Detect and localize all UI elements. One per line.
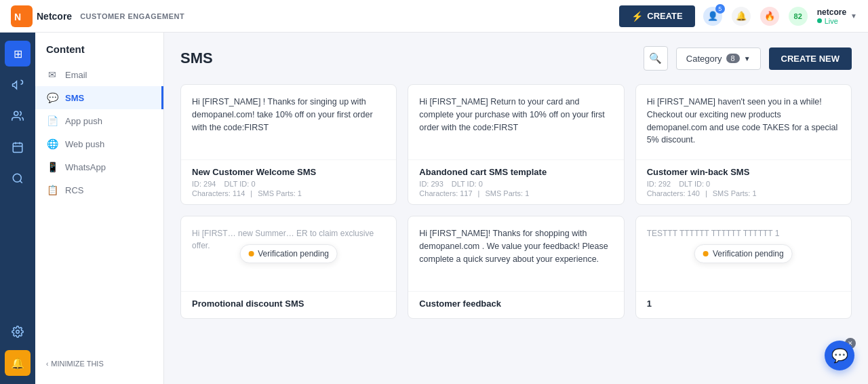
sidebar-icon-grid[interactable]: ⊞ [5, 41, 31, 66]
card-3-footer: Customer win-back SMS ID: 292 DLT ID: 0 … [636, 159, 851, 204]
card-4[interactable]: Hi [FIRST… new Summer… ER to claim exclu… [180, 216, 397, 319]
fire-nav-icon[interactable]: 🔥 [760, 7, 779, 26]
sidebar-icon-calendar[interactable] [5, 134, 31, 160]
sms-header: SMS 🔍 Category 8 ▼ CREATE NEW [180, 46, 852, 71]
svg-point-2 [14, 111, 18, 115]
verification-dot-icon [248, 251, 254, 256]
sidebar-item-rcs-label: RCS [65, 185, 83, 195]
card-4-name: Promotional discount SMS [192, 299, 385, 309]
card-1-body: Hi [FIRST_NAME] ! Thanks for singing up … [181, 85, 396, 159]
category-label: Category [686, 54, 722, 64]
live-badge: Live [817, 17, 846, 25]
icon-sidebar: ⊞ 🔔 [0, 33, 35, 384]
sidebar-icon-settings[interactable] [5, 319, 31, 345]
sidebar-item-rcs[interactable]: 📋 RCS [35, 178, 163, 201]
sidebar-title: Content [35, 43, 163, 63]
search-icon: 🔍 [649, 52, 662, 64]
content-sidebar: Content ✉ Email 💬 SMS 📄 App push 🌐 Web p… [35, 33, 164, 384]
users-badge: 5 [715, 4, 725, 14]
card-5-footer: Customer feedback [408, 291, 623, 318]
card-1-name: New Customer Welcome SMS [192, 167, 385, 177]
card-6-footer: 1 [636, 291, 851, 318]
sidebar-icon-megaphone[interactable] [5, 72, 31, 98]
nav-icons: 👤 5 🔔 🔥 82 netcore Live ▼ [703, 7, 857, 26]
logo-text: Netcore [37, 11, 72, 22]
sidebar-item-email[interactable]: ✉ Email [35, 63, 163, 86]
verification-label-6: Verification pending [713, 248, 784, 260]
card-3-body: Hi [FIRST_NAME] haven't seen you in a wh… [636, 85, 851, 159]
card-3-name: Customer win-back SMS [647, 167, 840, 177]
rcs-icon: 📋 [46, 185, 58, 195]
category-count: 8 [726, 54, 740, 63]
card-1-footer: New Customer Welcome SMS ID: 294 DLT ID:… [181, 159, 396, 204]
app-push-icon: 📄 [46, 115, 58, 126]
card-3-meta: ID: 292 DLT ID: 0 [647, 180, 840, 188]
minimize-this[interactable]: ‹ MINIMIZE THIS [35, 354, 115, 373]
card-3[interactable]: Hi [FIRST_NAME] haven't seen you in a wh… [635, 84, 852, 205]
logo: N Netcore [11, 5, 72, 27]
category-filter[interactable]: Category 8 ▼ [676, 47, 761, 70]
card-5-body: Hi [FIRST_NAME]! Thanks for shopping wit… [408, 216, 623, 291]
create-button[interactable]: ⚡ CREATE [619, 5, 694, 27]
sidebar-item-whatsapp-label: WhatsApp [65, 162, 106, 172]
card-6-preview: TESTTT TTTTTT TTTTTT TTTTTT 1 [647, 229, 780, 238]
verification-badge-6: Verification pending [694, 244, 793, 263]
sms-icon: 💬 [46, 92, 58, 103]
card-4-body: Hi [FIRST… new Summer… ER to claim exclu… [181, 216, 396, 291]
card-5[interactable]: Hi [FIRST_NAME]! Thanks for shopping wit… [408, 216, 624, 319]
bolt-icon: ⚡ [631, 11, 643, 22]
minimize-label: MINIMIZE THIS [51, 360, 103, 368]
card-1[interactable]: Hi [FIRST_NAME] ! Thanks for singing up … [180, 84, 397, 205]
verification-badge-4: Verification pending [239, 244, 338, 263]
sidebar-item-whatsapp[interactable]: 📱 WhatsApp [35, 155, 163, 178]
sidebar-item-sms-label: SMS [65, 93, 84, 103]
card-2-meta: ID: 293 DLT ID: 0 [419, 180, 612, 188]
chat-bubble[interactable]: 💬 [825, 341, 854, 370]
chevron-down-icon: ▼ [850, 12, 857, 20]
sidebar-item-app-push-label: App push [65, 116, 102, 126]
email-icon: ✉ [46, 69, 58, 80]
sidebar-icon-notification[interactable]: 🔔 [5, 350, 31, 376]
card-2-preview: Hi [FIRST_NAME] Return to your card and … [419, 97, 605, 132]
users-nav-icon[interactable]: 👤 5 [703, 7, 722, 26]
sidebar-icon-search[interactable] [5, 166, 31, 191]
card-6[interactable]: TESTTT TTTTTT TTTTTT TTTTTT 1 Verificati… [635, 216, 852, 319]
live-status: Live [825, 17, 838, 25]
content-area: SMS 🔍 Category 8 ▼ CREATE NEW Hi [FIRST_… [164, 33, 868, 384]
page-title: SMS [180, 50, 635, 67]
card-4-footer: Promotional discount SMS [181, 291, 396, 318]
user-info[interactable]: netcore Live ▼ [817, 7, 857, 25]
card-2[interactable]: Hi [FIRST_NAME] Return to your card and … [408, 84, 624, 205]
svg-point-7 [13, 174, 21, 182]
card-6-body: TESTTT TTTTTT TTTTTT TTTTTT 1 Verificati… [636, 216, 851, 291]
topnav: N Netcore CUSTOMER ENGAGEMENT ⚡ CREATE 👤… [0, 0, 868, 33]
chevron-down-icon: ▼ [744, 55, 751, 62]
svg-text:N: N [14, 12, 21, 22]
whatsapp-icon: 📱 [46, 161, 58, 172]
sidebar-item-email-label: Email [65, 70, 87, 80]
live-dot [817, 18, 822, 23]
card-2-body: Hi [FIRST_NAME] Return to your card and … [408, 85, 623, 159]
sidebar-item-sms[interactable]: 💬 SMS [35, 86, 163, 109]
section-label: CUSTOMER ENGAGEMENT [80, 12, 184, 20]
card-2-footer: Abandoned cart SMS template ID: 293 DLT … [408, 159, 623, 204]
sidebar-item-web-push[interactable]: 🌐 Web push [35, 132, 163, 155]
main-layout: ⊞ 🔔 Content ✉ Email 💬 SMS 📄 [0, 33, 868, 384]
card-1-preview: Hi [FIRST_NAME] ! Thanks for singing up … [192, 97, 373, 132]
bell-nav-icon[interactable]: 🔔 [732, 7, 751, 26]
cards-grid: Hi [FIRST_NAME] ! Thanks for singing up … [180, 84, 852, 319]
chevron-left-icon: ‹ [46, 360, 48, 368]
search-button[interactable]: 🔍 [644, 46, 668, 71]
card-2-name: Abandoned cart SMS template [419, 167, 612, 177]
card-2-stats: Characters: 117 | SMS Parts: 1 [419, 189, 612, 197]
create-new-button[interactable]: CREATE NEW [769, 47, 852, 70]
svg-point-9 [16, 330, 20, 334]
user-name: netcore [817, 7, 846, 17]
verification-dot-icon-2 [703, 251, 709, 256]
card-1-meta: ID: 294 DLT ID: 0 [192, 180, 385, 188]
points-nav-icon[interactable]: 82 [789, 7, 808, 26]
sidebar-icon-users[interactable] [5, 103, 31, 129]
sidebar-item-app-push[interactable]: 📄 App push [35, 109, 163, 132]
card-3-preview: Hi [FIRST_NAME] haven't seen you in a wh… [647, 97, 838, 145]
card-1-stats: Characters: 114 | SMS Parts: 1 [192, 189, 385, 197]
